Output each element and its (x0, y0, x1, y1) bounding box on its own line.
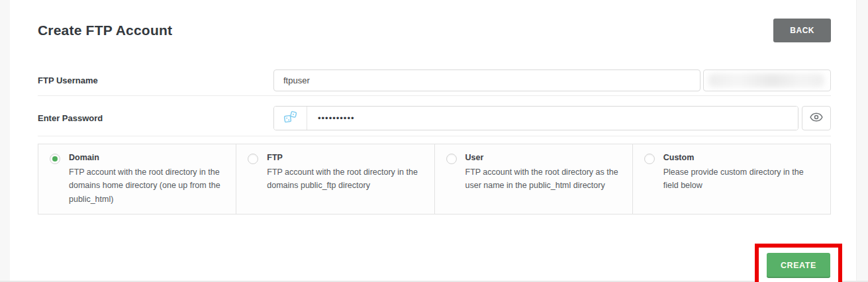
option-domain-description: FTP account with the root directory in t… (69, 165, 224, 206)
radio-domain[interactable] (50, 154, 60, 164)
show-password-button[interactable] (802, 106, 831, 130)
option-domain-title: Domain (69, 153, 224, 162)
password-input-group (273, 106, 798, 130)
password-input[interactable] (307, 107, 798, 130)
create-ftp-account-panel: Create FTP Account BACK FTP Username Ent… (38, 0, 831, 282)
eye-icon (810, 113, 823, 124)
page-header: Create FTP Account BACK (38, 0, 831, 42)
ftp-username-label: FTP Username (38, 75, 273, 85)
password-row: Enter Password (38, 96, 831, 136)
right-gutter (856, 0, 868, 282)
password-label: Enter Password (38, 113, 273, 123)
directory-options-group: Domain FTP account with the root directo… (38, 144, 831, 214)
radio-custom[interactable] (644, 154, 655, 164)
left-gutter (0, 0, 10, 282)
option-domain[interactable]: Domain FTP account with the root directo… (38, 144, 236, 214)
option-custom-description: Please provide custom directory in the f… (663, 165, 818, 193)
radio-user[interactable] (446, 154, 457, 164)
blur-smudge (708, 73, 824, 87)
form-area: FTP Username Enter Password (38, 70, 831, 282)
option-user-title: User (465, 153, 620, 162)
option-user[interactable]: User FTP account with the root directory… (435, 144, 633, 214)
radio-ftp[interactable] (248, 154, 258, 164)
page-title: Create FTP Account (38, 23, 172, 38)
generate-password-button[interactable] (274, 107, 307, 130)
ftp-username-input[interactable] (273, 70, 700, 91)
dice-icon (283, 111, 298, 126)
option-ftp-title: FTP (267, 153, 422, 162)
option-ftp-description: FTP account with the root directory in t… (267, 165, 422, 193)
red-highlight-annotation: CREATE (755, 244, 842, 282)
create-button[interactable]: CREATE (767, 253, 830, 278)
option-custom[interactable]: Custom Please provide custom directory i… (633, 144, 830, 214)
ftp-username-row: FTP Username (38, 70, 831, 96)
back-button[interactable]: BACK (773, 19, 831, 42)
footer: CREATE (38, 244, 831, 282)
option-ftp[interactable]: FTP FTP account with the root directory … (236, 144, 434, 214)
domain-suffix-redacted (703, 70, 831, 91)
option-user-description: FTP account with the root directory as t… (465, 165, 620, 193)
option-custom-title: Custom (663, 153, 818, 162)
